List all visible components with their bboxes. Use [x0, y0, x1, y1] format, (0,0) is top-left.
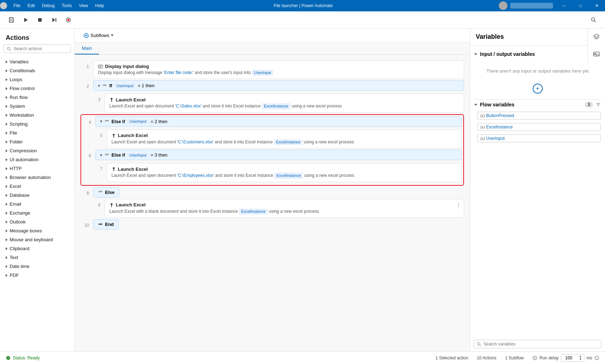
end-node[interactable]: End	[93, 219, 119, 230]
search-variables-box[interactable]	[474, 340, 601, 348]
node-desc-5: Launch Excel and open document 'C:\Custo…	[111, 139, 457, 145]
else-btn[interactable]: Else	[93, 187, 119, 197]
sidebar-item-workstation[interactable]: Workstation	[0, 111, 74, 120]
collapse-icon[interactable]: ▾	[98, 83, 100, 88]
sidebar-item-run-flow[interactable]: Run flow	[0, 93, 74, 102]
spinner-down[interactable]: ▼	[579, 358, 582, 361]
flow-node-3[interactable]: ↗ Launch Excel Launch Excel and open doc…	[105, 94, 464, 112]
node-title-3: ↗ Launch Excel	[109, 97, 459, 102]
sidebar-item-email[interactable]: Email	[0, 200, 74, 209]
sidebar-item-pdf[interactable]: PDF	[0, 271, 74, 280]
sidebar-item-compression[interactable]: Compression	[0, 146, 74, 155]
sidebar-item-mouse-keyboard[interactable]: Mouse and keyboard	[0, 235, 74, 244]
sidebar-item-outlook[interactable]: Outlook	[0, 217, 74, 226]
if-node-2[interactable]: ▾ If UserInput = 1 then	[93, 80, 464, 91]
chevron-right-icon	[6, 203, 7, 206]
layers-button[interactable]	[588, 28, 605, 46]
sidebar-item-file[interactable]: File	[0, 128, 74, 137]
sidebar-item-flow-control[interactable]: Flow control	[0, 84, 74, 93]
sidebar-item-text[interactable]: Text	[0, 253, 74, 262]
app-icon	[0, 2, 7, 9]
flow-num-2: 2	[80, 80, 89, 89]
svg-rect-1	[10, 17, 12, 19]
search-actions-input[interactable]	[14, 46, 68, 51]
sidebar-item-label: HTTP	[10, 166, 22, 171]
edit-menu[interactable]: Edit	[24, 0, 38, 11]
add-variable-button[interactable]: +	[533, 84, 543, 94]
if-op: = 1 then	[138, 83, 155, 88]
flow-row-1: 1 Display input dialog Display input dia…	[80, 60, 464, 79]
window-controls: ─ □ ✕	[556, 0, 605, 11]
flow-section-header[interactable]: Flow variables 3	[474, 100, 601, 109]
sidebar-item-http[interactable]: HTTP	[0, 164, 74, 173]
image-button[interactable]	[588, 46, 605, 63]
sidebar-item-exchange[interactable]: Exchange	[0, 209, 74, 217]
sidebar-item-label: Browser automation	[10, 175, 51, 180]
flow-node-7[interactable]: ↗ Launch Excel Launch Excel and open doc…	[107, 163, 462, 182]
search-variables-input[interactable]	[484, 342, 598, 347]
svg-text:i: i	[596, 357, 597, 360]
actions-list: Variables Conditionals Loops Flow contro…	[0, 56, 74, 351]
flow-node-9[interactable]: ↗ Launch Excel Launch Excel with a blank…	[105, 199, 464, 218]
flow-canvas: Subflows Main 1 Display input dialog	[75, 28, 470, 351]
sidebar-item-conditionals[interactable]: Conditionals	[0, 66, 74, 75]
sidebar-item-clipboard[interactable]: Clipboard	[0, 244, 74, 253]
run-delay-input[interactable]	[563, 355, 578, 360]
elseif-keyword-4: Else if	[111, 119, 125, 124]
sidebar-item-excel[interactable]: Excel	[0, 182, 74, 191]
more-options-button[interactable]: ⋮	[456, 202, 461, 207]
var-userinput[interactable]: (x) UserInput	[477, 134, 601, 142]
sidebar-item-datetime[interactable]: Date time	[0, 262, 74, 271]
collapse-icon-4[interactable]: ▾	[100, 119, 102, 124]
sidebar-item-message-boxes[interactable]: Message boxes	[0, 226, 74, 235]
sidebar-item-system[interactable]: System	[0, 102, 74, 111]
var-buttonpressed[interactable]: (x) ButtonPressed	[477, 112, 601, 120]
record-button[interactable]	[63, 14, 74, 26]
elseif-node-6[interactable]: ▾ Else if UserInput = 3 then	[95, 150, 462, 160]
run-delay-unit: ms	[586, 355, 592, 360]
view-menu[interactable]: View	[75, 0, 92, 11]
io-section-header[interactable]: Input / output variables 0	[474, 50, 601, 58]
tab-bar: Main	[75, 43, 470, 55]
titlebar-menus: File Edit Debug Tools View Help	[10, 0, 108, 11]
help-menu[interactable]: Help	[92, 0, 108, 11]
sidebar-item-browser-automation[interactable]: Browser automation	[0, 173, 74, 182]
variables-panel: Variables Input / outp	[470, 28, 605, 351]
subflows-button[interactable]: Subflows	[80, 31, 116, 40]
sidebar-item-variables[interactable]: Variables	[0, 57, 74, 66]
close-button[interactable]: ✕	[589, 0, 605, 11]
chevron-right-icon	[6, 256, 7, 259]
var-excelinstance[interactable]: (x) ExcelInstance	[477, 123, 601, 131]
node-title-7: ↗ Launch Excel	[111, 166, 457, 172]
sidebar-item-scripting[interactable]: Scripting	[0, 120, 74, 128]
file-menu[interactable]: File	[10, 0, 24, 11]
flow-node-5[interactable]: ↗ Launch Excel Launch Excel and open doc…	[107, 130, 462, 148]
maximize-button[interactable]: □	[572, 0, 589, 11]
tools-menu[interactable]: Tools	[58, 0, 75, 11]
sidebar-item-loops[interactable]: Loops	[0, 75, 74, 84]
flow-node-1[interactable]: Display input dialog Display input dialo…	[93, 60, 464, 79]
search-button[interactable]	[588, 14, 599, 26]
run-delay-input-box[interactable]: ▲ ▼	[561, 354, 584, 362]
run-delay-spinner[interactable]: ▲ ▼	[579, 355, 582, 361]
save-button[interactable]	[6, 14, 17, 26]
elseif-node-4[interactable]: ▾ Else if UserInput = 2 then	[95, 116, 462, 127]
else-keyword: Else	[105, 190, 115, 195]
tab-main[interactable]: Main	[75, 43, 99, 54]
sidebar-item-folder[interactable]: Folder	[0, 137, 74, 146]
search-actions-box[interactable]	[4, 44, 71, 53]
sidebar-item-ui-automation[interactable]: UI automation	[0, 155, 74, 164]
play-button[interactable]	[20, 14, 31, 26]
collapse-icon-6[interactable]: ▾	[100, 153, 102, 158]
stop-button[interactable]	[34, 14, 46, 26]
launch-icon: ↗	[108, 96, 115, 103]
flow-row-2: 2 ▾ If UserInput = 1 then	[80, 80, 464, 92]
minimize-button[interactable]: ─	[556, 0, 572, 11]
run-delay-label: Run delay	[539, 355, 559, 360]
step-button[interactable]	[48, 14, 60, 26]
sidebar-item-label: Message boxes	[10, 228, 42, 233]
debug-menu[interactable]: Debug	[38, 0, 58, 11]
io-empty-text: There aren't any input or output variabl…	[474, 61, 601, 81]
var-header: Variables	[470, 28, 605, 46]
sidebar-item-database[interactable]: Database	[0, 191, 74, 200]
